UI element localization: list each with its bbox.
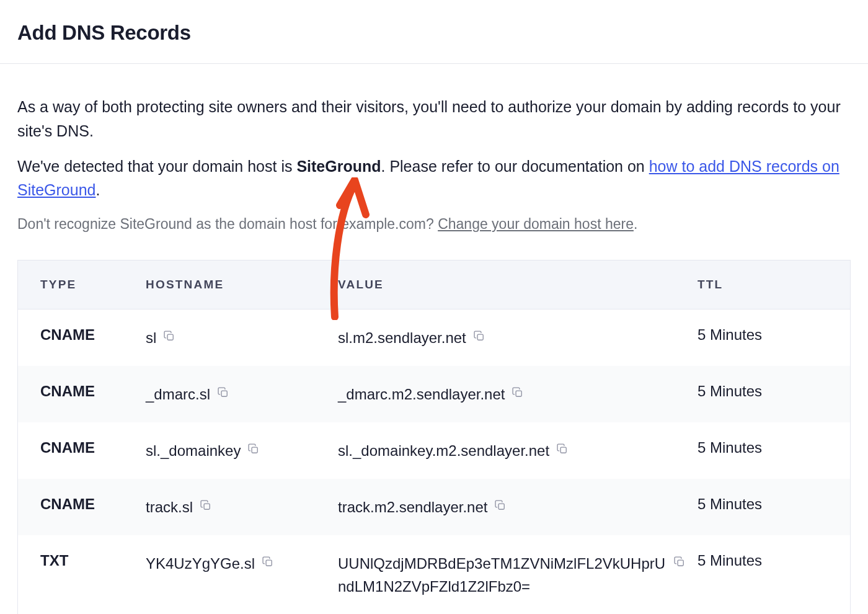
copy-hostname-button[interactable] (199, 499, 213, 512)
th-ttl: TTL (698, 278, 828, 291)
table-body: CNAME sl sl.m2.sendlayer.net 5 Minutes (18, 309, 850, 615)
copy-value-button[interactable] (511, 386, 525, 399)
th-type: TYPE (40, 278, 146, 291)
svg-rect-5 (560, 447, 566, 453)
intro-paragraph-2: We've detected that your domain host is … (17, 154, 851, 203)
copy-value-button[interactable] (556, 442, 569, 456)
page-body: As a way of both protecting site owners … (0, 64, 868, 614)
svg-rect-2 (221, 391, 227, 396)
copy-icon (262, 556, 274, 568)
copy-value-button[interactable] (472, 329, 486, 343)
cell-hostname: sl (146, 326, 338, 349)
intro-paragraph-3: Don't recognize SiteGround as the domain… (17, 213, 851, 235)
svg-rect-8 (266, 560, 272, 566)
copy-icon (163, 330, 175, 342)
cell-value: _dmarc.m2.sendlayer.net (338, 383, 698, 406)
cell-ttl: 5 Minutes (698, 439, 828, 456)
cell-ttl: 5 Minutes (698, 326, 828, 344)
svg-rect-3 (516, 391, 522, 396)
copy-icon (494, 499, 507, 512)
copy-hostname-button[interactable] (216, 386, 230, 399)
cell-hostname: YK4UzYgYGe.sl (146, 552, 338, 575)
copy-icon (473, 330, 485, 342)
table-row: CNAME _dmarc.sl _dmarc.m2.sendlayer.net (18, 366, 850, 422)
cell-value: track.m2.sendlayer.net (338, 496, 698, 518)
svg-rect-0 (167, 334, 173, 340)
cell-value-text: sl.m2.sendlayer.net (338, 326, 466, 349)
intro-para2-mid: . Please refer to our documentation on (381, 158, 649, 175)
cell-ttl: 5 Minutes (698, 496, 828, 513)
cell-value-text: UUNlQzdjMDRBdEp3eTM1ZVNiMzlFL2VkUHprUndL… (338, 552, 666, 598)
cell-value-text: sl._domainkey.m2.sendlayer.net (338, 439, 549, 462)
copy-hostname-button[interactable] (247, 442, 260, 456)
copy-hostname-button[interactable] (261, 555, 275, 569)
cell-hostname-text: YK4UzYgYGe.sl (146, 552, 255, 575)
copy-icon (556, 443, 569, 455)
cell-type: CNAME (40, 496, 146, 513)
cell-hostname: _dmarc.sl (146, 383, 338, 406)
page-header: Add DNS Records (0, 0, 868, 64)
intro-para2-prefix: We've detected that your domain host is (17, 158, 296, 175)
copy-hostname-button[interactable] (162, 329, 176, 343)
intro-paragraph-1: As a way of both protecting site owners … (17, 95, 851, 143)
cell-hostname-text: _dmarc.sl (146, 383, 210, 406)
dns-records-table: TYPE HOSTNAME VALUE TTL CNAME sl sl.m2.s… (17, 260, 851, 615)
svg-rect-1 (477, 334, 483, 340)
table-row: CNAME track.sl track.m2.sendlayer.net 5 (18, 479, 850, 535)
copy-icon (247, 443, 260, 455)
cell-hostname: track.sl (146, 496, 338, 518)
page-container: Add DNS Records As a way of both protect… (0, 0, 868, 614)
page-title: Add DNS Records (17, 21, 851, 45)
copy-icon (200, 499, 212, 512)
intro-para3-prefix: Don't recognize SiteGround as the domain… (17, 216, 438, 232)
copy-icon (217, 386, 229, 399)
cell-type: CNAME (40, 326, 146, 344)
cell-hostname-text: sl._domainkey (146, 439, 241, 462)
copy-icon (673, 556, 686, 568)
intro-para3-suffix: . (634, 216, 637, 232)
svg-rect-7 (499, 504, 505, 509)
cell-hostname-text: sl (146, 326, 156, 349)
cell-hostname: sl._domainkey (146, 439, 338, 462)
table-row: TXT YK4UzYgYGe.sl UUNlQzdjMDRBdEp3eTM1ZV… (18, 535, 850, 614)
th-hostname: HOSTNAME (146, 278, 338, 291)
copy-value-button[interactable] (494, 499, 507, 512)
cell-hostname-text: track.sl (146, 496, 193, 518)
change-domain-host-link[interactable]: Change your domain host here (438, 216, 634, 232)
cell-value: sl._domainkey.m2.sendlayer.net (338, 439, 698, 462)
cell-ttl: 5 Minutes (698, 552, 828, 569)
detected-host-name: SiteGround (296, 158, 381, 175)
svg-rect-6 (204, 504, 210, 509)
cell-ttl: 5 Minutes (698, 383, 828, 400)
cell-type: CNAME (40, 383, 146, 400)
cell-value: sl.m2.sendlayer.net (338, 326, 698, 349)
th-value: VALUE (338, 278, 698, 291)
cell-value: UUNlQzdjMDRBdEp3eTM1ZVNiMzlFL2VkUHprUndL… (338, 552, 698, 598)
svg-rect-9 (678, 560, 683, 566)
cell-type: TXT (40, 552, 146, 569)
cell-type: CNAME (40, 439, 146, 456)
copy-value-button[interactable] (673, 555, 686, 569)
table-row: CNAME sl sl.m2.sendlayer.net 5 Minutes (18, 309, 850, 366)
table-header-row: TYPE HOSTNAME VALUE TTL (18, 260, 850, 309)
cell-value-text: _dmarc.m2.sendlayer.net (338, 383, 505, 406)
table-row: CNAME sl._domainkey sl._domainkey.m2.sen… (18, 422, 850, 479)
intro-para2-suffix: . (95, 181, 100, 198)
svg-rect-4 (252, 447, 258, 453)
copy-icon (512, 386, 524, 399)
cell-value-text: track.m2.sendlayer.net (338, 496, 487, 518)
